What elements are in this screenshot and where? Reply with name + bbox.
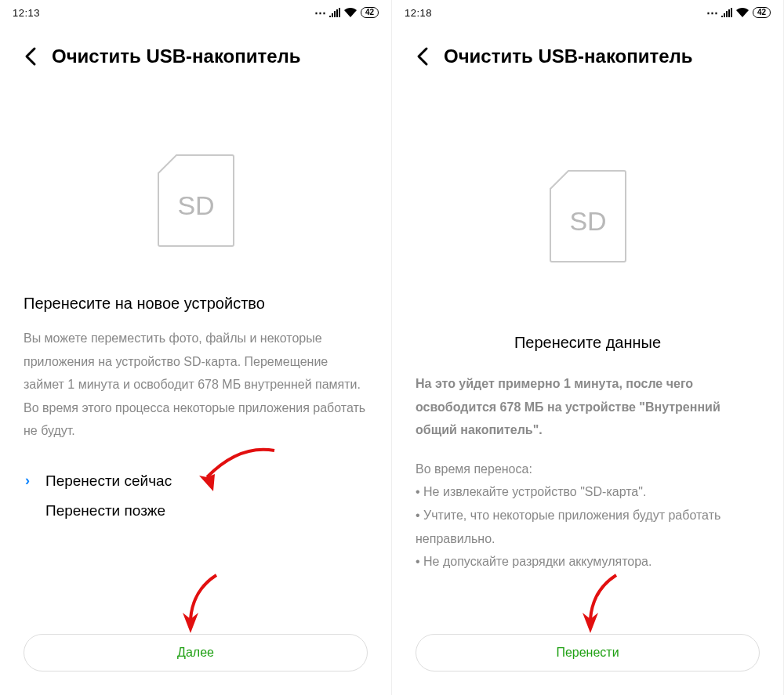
status-icons: 42: [314, 5, 382, 20]
sd-card-icon: SD: [416, 75, 760, 334]
section-heading: Перенесите данные: [416, 334, 760, 352]
annotation-arrow: [196, 444, 282, 499]
back-icon[interactable]: [416, 46, 430, 67]
notes-intro: Во время переноса:: [416, 458, 760, 481]
transfer-button[interactable]: Перенести: [416, 634, 760, 671]
back-icon[interactable]: [24, 46, 38, 67]
option-label: Перенести сейчас: [45, 472, 172, 490]
section-heading: Перенесите на новое устройство: [24, 295, 368, 313]
note-item: • Не допускайте разрядки аккумулятора.: [416, 550, 760, 574]
header: Очистить USB-накопитель: [24, 22, 368, 75]
wifi-icon: [736, 8, 749, 17]
transfer-options: › Перенести сейчас Перенести позже: [24, 466, 368, 526]
more-icon: [706, 5, 717, 20]
battery-icon: 42: [361, 7, 379, 18]
wifi-icon: [344, 8, 357, 17]
more-icon: [314, 5, 325, 20]
battery-icon: 42: [753, 7, 771, 18]
description-text: Вы можете переместить фото, файлы и неко…: [24, 327, 368, 443]
sd-card-icon: SD: [24, 75, 368, 295]
signal-icon: [329, 8, 340, 17]
button-label: Далее: [177, 646, 214, 659]
clock: 12:18: [401, 7, 432, 19]
page-title: Очистить USB-накопитель: [444, 45, 693, 67]
chevron-right-icon: ›: [25, 472, 36, 489]
svg-text:SD: SD: [569, 206, 606, 236]
description-text-bold: На это уйдет примерно 1 минута, после че…: [416, 372, 760, 442]
next-button[interactable]: Далее: [24, 634, 368, 671]
phone-screen-right: 12:18 42 Очистить USB-накопитель SD Пере…: [392, 0, 784, 695]
option-transfer-later[interactable]: Перенести позже: [24, 496, 368, 526]
clock: 12:13: [9, 7, 40, 19]
signal-icon: [721, 8, 732, 17]
phone-screen-left: 12:13 42 Очистить USB-накопитель SD Пере…: [0, 0, 392, 695]
status-bar: 12:13 42: [9, 0, 382, 22]
svg-text:SD: SD: [177, 190, 214, 220]
page-title: Очистить USB-накопитель: [52, 45, 301, 67]
note-item: • Учтите, что некоторые приложения будут…: [416, 504, 760, 550]
option-label: Перенести позже: [45, 502, 165, 519]
button-label: Перенести: [556, 646, 619, 659]
header: Очистить USB-накопитель: [416, 22, 760, 75]
option-transfer-now[interactable]: › Перенести сейчас: [24, 466, 368, 496]
status-icons: 42: [706, 5, 774, 20]
note-item: • Не извлекайте устройство "SD-карта".: [416, 480, 760, 504]
status-bar: 12:18 42: [401, 0, 774, 22]
